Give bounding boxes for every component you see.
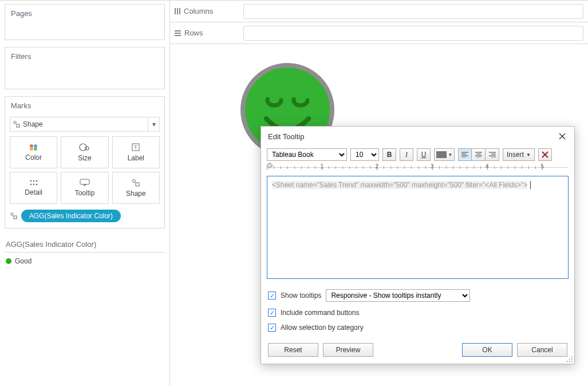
- text-caret: [528, 181, 530, 189]
- ruler-tick: [535, 166, 536, 169]
- svg-point-19: [11, 213, 13, 215]
- svg-point-7: [85, 147, 89, 150]
- rows-drop-target[interactable]: [243, 26, 583, 41]
- ok-button[interactable]: OK: [462, 343, 512, 357]
- ruler-tick: [404, 166, 405, 169]
- mark-tooltip-button[interactable]: Tooltip: [61, 172, 108, 204]
- resize-grip-icon[interactable]: [566, 356, 573, 363]
- pages-shelf-card[interactable]: Pages: [5, 4, 165, 40]
- ruler-tick: [467, 166, 467, 169]
- tooltip-editor[interactable]: <Sheet name="Sales Trend" maxwidth="500"…: [267, 176, 569, 279]
- bold-button[interactable]: B: [382, 148, 396, 161]
- ruler-number: 3: [431, 163, 434, 170]
- align-center-icon: [475, 152, 482, 157]
- show-tooltips-row: ✓ Show tooltips Responsive - Show toolti…: [268, 286, 567, 305]
- columns-shelf-text: Columns: [184, 7, 213, 15]
- shape-pill[interactable]: AGG(Sales Indicator Color): [21, 210, 121, 222]
- font-color-button[interactable]: ▼: [434, 148, 455, 161]
- ruler-tick: [528, 166, 529, 169]
- ruler-tick: [315, 166, 315, 169]
- tooltip-mode-select[interactable]: Responsive - Show tooltips instantly: [326, 289, 470, 302]
- align-left-button[interactable]: [458, 148, 472, 161]
- shape-pill-icon: [10, 212, 18, 220]
- ruler-number: 1: [320, 163, 323, 170]
- app-root: Pages Filters Marks Shape ▾: [0, 0, 588, 386]
- tooltip-icon: [80, 179, 90, 187]
- include-command-buttons-checkbox[interactable]: ✓: [268, 309, 276, 317]
- align-right-icon: [489, 152, 496, 157]
- dialog-buttons: Reset Preview OK Cancel: [261, 337, 574, 364]
- shape-button-icon: [131, 178, 140, 187]
- reset-button[interactable]: Reset: [268, 343, 318, 357]
- ruler-tick: [356, 166, 357, 169]
- clear-formatting-button[interactable]: [538, 148, 552, 161]
- svg-point-12: [35, 180, 37, 182]
- align-center-button[interactable]: [472, 148, 486, 161]
- rows-icon: [175, 30, 181, 36]
- chevron-down-icon: ▾: [148, 117, 159, 131]
- ruler-tick: [480, 166, 481, 169]
- insert-menu-button[interactable]: Insert ▼: [503, 148, 535, 161]
- mark-label-button[interactable]: T Label: [112, 136, 160, 168]
- italic-button[interactable]: I: [400, 148, 413, 161]
- chevron-down-icon: ▼: [448, 152, 453, 157]
- ruler-tick: [370, 166, 370, 169]
- legend-divider: [5, 252, 165, 253]
- color-legend-title: AGG(Sales Indicator Color): [5, 237, 165, 252]
- show-tooltips-checkbox[interactable]: ✓: [268, 292, 276, 300]
- ruler-tick: [508, 166, 508, 169]
- tooltip-options: ✓ Show tooltips Responsive - Show toolti…: [261, 283, 574, 337]
- legend-item-good[interactable]: Good: [5, 256, 165, 266]
- font-family-select[interactable]: Tableau Book: [267, 148, 347, 161]
- svg-point-13: [30, 184, 31, 186]
- dialog-title-text: Edit Tooltip: [268, 132, 304, 141]
- font-size-select[interactable]: 10: [350, 148, 379, 161]
- ruler-tick: [274, 166, 274, 169]
- underline-button[interactable]: U: [417, 148, 431, 161]
- svg-point-10: [30, 180, 31, 182]
- svg-text:T: T: [135, 144, 138, 150]
- ruler-tick: [515, 166, 515, 169]
- mark-shape-button[interactable]: Shape: [112, 172, 160, 204]
- ruler-number: 4: [486, 163, 489, 170]
- tooltip-ruler[interactable]: 12345: [267, 163, 569, 174]
- include-command-buttons-label: Include command buttons: [281, 309, 359, 317]
- mark-color-button[interactable]: Color: [10, 136, 57, 168]
- insert-menu-label: Insert: [507, 151, 524, 159]
- columns-drop-target[interactable]: [243, 4, 583, 19]
- chevron-down-icon: ▼: [526, 152, 531, 157]
- marks-shape-pill-row: AGG(Sales Indicator Color): [10, 210, 160, 222]
- mark-detail-label: Detail: [25, 188, 42, 196]
- x-icon: [542, 151, 548, 158]
- allow-selection-checkbox[interactable]: ✓: [268, 324, 276, 332]
- filters-shelf-card[interactable]: Filters: [5, 47, 165, 89]
- ruler-tick: [446, 166, 447, 169]
- mark-size-label: Size: [78, 154, 91, 162]
- svg-point-14: [33, 184, 34, 186]
- svg-point-17: [133, 180, 136, 183]
- marks-card-title: Marks: [5, 97, 164, 115]
- ruler-tick: [384, 166, 384, 169]
- mark-label-label: Label: [128, 154, 144, 162]
- align-left-icon: [461, 152, 468, 157]
- mark-type-dropdown-label: Shape: [23, 120, 148, 128]
- filters-shelf-title: Filters: [5, 48, 164, 65]
- tooltip-toolbar: Tableau Book 10 B I U ▼: [261, 146, 574, 162]
- mark-size-button[interactable]: Size: [61, 136, 108, 168]
- preview-button[interactable]: Preview: [323, 343, 373, 357]
- columns-icon: [175, 8, 180, 14]
- mark-detail-button[interactable]: Detail: [10, 172, 57, 204]
- ruler-number: 2: [376, 163, 379, 170]
- close-icon[interactable]: [557, 131, 567, 141]
- align-right-button[interactable]: [486, 148, 499, 161]
- cancel-button[interactable]: Cancel: [517, 343, 567, 357]
- mark-type-dropdown[interactable]: Shape ▾: [10, 117, 160, 132]
- show-tooltips-label: Show tooltips: [281, 292, 321, 300]
- color-legend-card: AGG(Sales Indicator Color) Good: [5, 237, 165, 266]
- indent-marker-icon[interactable]: [267, 163, 273, 168]
- ruler-tick: [363, 166, 364, 169]
- rows-shelf[interactable]: Rows: [170, 22, 588, 44]
- svg-point-15: [35, 184, 37, 186]
- marks-card: Marks Shape ▾: [5, 96, 165, 229]
- columns-shelf[interactable]: Columns: [170, 1, 588, 22]
